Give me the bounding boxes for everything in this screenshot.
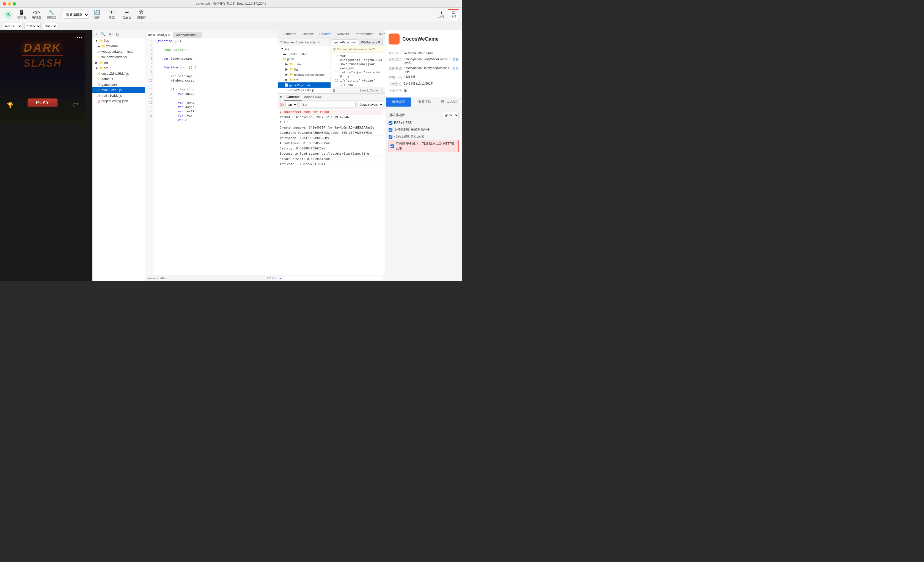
console-levels-select[interactable]: Default levels xyxy=(357,102,383,108)
debug-tab-wagame[interactable]: WAGame.js ✕ xyxy=(358,39,383,45)
file-item-src[interactable]: ▼ 📁 src xyxy=(92,65,145,71)
tab-elements[interactable]: Elements xyxy=(280,30,299,38)
debug-lib-select[interactable]: game xyxy=(443,112,459,118)
detail-button[interactable]: ☰ 详情 xyxy=(448,9,459,20)
minify-checkbox[interactable] xyxy=(388,135,392,139)
skip-tls-checkbox[interactable] xyxy=(390,144,394,148)
file-item-main-0ccd0[interactable]: JS main.0ccd0.js xyxy=(92,87,145,93)
file-item-main-1cddd[interactable]: JS main.1cddd.js xyxy=(92,93,145,98)
device-toolbar: Nexus 6 100% WiFi xyxy=(0,22,462,30)
code-panel: main.0ccd0.js ✕ wx-downloader... 12345 6… xyxy=(145,30,278,281)
console-filter-input[interactable] xyxy=(299,102,356,108)
code-editor[interactable]: 12345 678910 1112131415 16171819 (functi… xyxy=(145,38,278,275)
debug-tree-game-js[interactable]: JS game.js xyxy=(278,93,330,93)
debug-tree-gamepage[interactable]: 📄 gamePage.html xyxy=(278,82,330,88)
debug-lib-label: 调试基础库 xyxy=(388,113,405,118)
tab-tencent-cloud[interactable]: 腾讯云状态 xyxy=(437,97,462,107)
tab-project-settings[interactable]: 项目设置 xyxy=(386,97,411,106)
tab-close-icon[interactable]: ✕ xyxy=(378,40,380,44)
file-item-project-config[interactable]: {} project.config.json xyxy=(92,98,145,104)
file-item-wx-downloader[interactable]: JS wx-downloader.js xyxy=(92,54,145,60)
network-select[interactable]: WiFi xyxy=(43,23,57,29)
debug-tree-dev[interactable]: ▶ 📁 __dev__ xyxy=(278,61,330,67)
file-item-game-js[interactable]: JS game.js xyxy=(92,76,145,82)
editor-button[interactable]: </> 编辑器 xyxy=(30,9,44,21)
preview-button[interactable]: 👁 预览 xyxy=(105,9,118,21)
more-file-button[interactable]: ••• xyxy=(108,31,114,37)
folder-arrow-icon: ▶ xyxy=(285,62,288,66)
es6-to-es5-checkbox[interactable] xyxy=(388,121,392,125)
console-line: 1.7.1 xyxy=(280,120,383,125)
es6-to-es5-label: ES6 转 ES5 xyxy=(394,121,412,125)
folder-arrow-icon: ▼ xyxy=(94,39,99,42)
pretty-print-hint[interactable]: ⓘ Pretty-print this minified file? xyxy=(331,46,385,53)
more-tabs-icon[interactable]: >> xyxy=(317,41,320,44)
file-item-weapp-adapter[interactable]: JS weapp-adapter-min.js xyxy=(92,49,145,54)
console-input[interactable] xyxy=(283,277,383,280)
simulator-button[interactable]: 📱 模拟器 xyxy=(15,9,28,21)
tab-close-icon[interactable]: ✕ xyxy=(168,33,170,37)
close-button[interactable] xyxy=(3,2,6,6)
compile-button[interactable]: 🔄 编译 xyxy=(90,9,104,21)
upload-button[interactable]: ⬆ 上传 xyxy=(436,10,447,20)
debug-code-viewer[interactable]: 8 var e=arguments.length>0&vo 9 save:fun… xyxy=(331,53,385,87)
tab-domain-info[interactable]: 域名信息 xyxy=(412,97,437,107)
debug-panel: ⊞ Sources Content scripts >> ▼ top ☁ 127… xyxy=(278,39,385,281)
file-sys-value: /Users/panda/Library/Application Suppo..… xyxy=(404,66,452,73)
debug-sources-left: ⊞ Sources Content scripts >> ▼ top ☁ 127… xyxy=(278,39,331,93)
zoom-select[interactable]: 100% xyxy=(24,23,41,29)
code-tab-wx-downloader[interactable]: wx-downloader... xyxy=(173,32,202,37)
style-completion-checkbox[interactable] xyxy=(388,128,392,132)
folder-icon: 📁 xyxy=(289,73,293,76)
file-item-libs[interactable]: ▼ 📁 libs xyxy=(92,38,145,43)
debug-tree-top[interactable]: ▼ top xyxy=(278,46,330,51)
debug-tree-cocos2d[interactable]: JS cocos2d-js.f6ddf.js xyxy=(278,88,330,93)
minify-row: 代码上传时自动压缩 xyxy=(388,133,459,140)
main-toolbar: 📱 模拟器 </> 编辑器 🔧 调试器 普通编辑器 🔄 编译 👁 预览 ⇥ 切后… xyxy=(0,8,462,22)
tab-network[interactable]: Network xyxy=(334,30,352,38)
clear-console-icon[interactable]: 🚫 xyxy=(280,103,284,106)
collapse-file-button[interactable]: ⊟ xyxy=(115,31,120,37)
console-line: AutoRelease: 0.18505859375ms xyxy=(280,141,383,146)
compile-icon: 🔄 xyxy=(94,10,100,15)
local-dir-open-link[interactable]: 打开 xyxy=(453,57,459,61)
debug-tree-game[interactable]: 📁 game xyxy=(278,56,330,61)
file-item-xmldom[interactable]: ▶ 📁 xmldom xyxy=(92,43,145,49)
code-content[interactable]: (function () { 'use strict'; var isWeCha… xyxy=(154,38,278,275)
device-model-select[interactable]: Nexus 6 xyxy=(3,23,22,29)
file-item-cocos2d[interactable]: JS cocos2d-js.f6ddf.js xyxy=(92,71,145,76)
file-item-res[interactable]: ▶ 📁 res xyxy=(92,60,145,65)
tab-console[interactable]: Console xyxy=(299,30,316,38)
editor-mode-select[interactable]: 普通编辑器 xyxy=(63,11,89,19)
debug-tree-libs[interactable]: ▶ 📁 libs xyxy=(278,67,330,72)
search-file-button[interactable]: 🔍 xyxy=(99,31,106,37)
preview-icon: 👁 xyxy=(109,10,114,15)
game-play-button[interactable]: PLAY xyxy=(27,98,58,107)
skip-tls-label: 不校验安全域名、TLS 版本以及 HTTPS 证书 xyxy=(396,142,457,151)
maximize-button[interactable] xyxy=(13,2,16,6)
game-red-line xyxy=(22,55,63,56)
console-context-select[interactable]: top xyxy=(285,102,297,108)
code-tab-main[interactable]: main.0ccd0.js ✕ xyxy=(145,32,173,38)
debug-tree-textures[interactable]: ▶ 📁 res/raw-assets/textures xyxy=(278,72,330,77)
console-line: Create unpacker 041e40617 for 9ayXuOmtRJ… xyxy=(280,125,383,130)
debug-tab-gamepage[interactable]: gamePage.html xyxy=(332,39,358,45)
folder-icon: 📁 xyxy=(99,61,103,64)
minimize-button[interactable] xyxy=(8,2,11,6)
debug-tree-localhost[interactable]: ☁ 127.0.0.1:9973 xyxy=(278,51,330,56)
remote-button[interactable]: ⇥ 切后台 xyxy=(120,9,134,21)
game-menu-dots[interactable]: ••• xyxy=(77,35,82,40)
file-item-game-json[interactable]: {} game.json xyxy=(92,82,145,87)
debug-tree-src[interactable]: ▶ 📁 src xyxy=(278,77,330,82)
tab-whats-new[interactable]: What's New xyxy=(302,94,324,100)
content-scripts-tab-label[interactable]: Content scripts xyxy=(296,41,315,44)
add-file-button[interactable]: + xyxy=(94,31,99,37)
console-settings-icon[interactable]: ⚙ xyxy=(280,95,283,99)
debugger-button[interactable]: 🔧 调试器 xyxy=(45,9,58,21)
tab-performance[interactable]: Performance xyxy=(352,30,376,38)
tab-console[interactable]: Console xyxy=(284,94,302,100)
clear-button[interactable]: 🗑 清缓存 xyxy=(135,9,148,21)
file-sys-open-link[interactable]: 打开 xyxy=(453,66,459,70)
file-sys-row: 文件系统 /Users/panda/Library/Application Su… xyxy=(388,65,459,74)
tab-sources[interactable]: Sources xyxy=(316,30,334,38)
